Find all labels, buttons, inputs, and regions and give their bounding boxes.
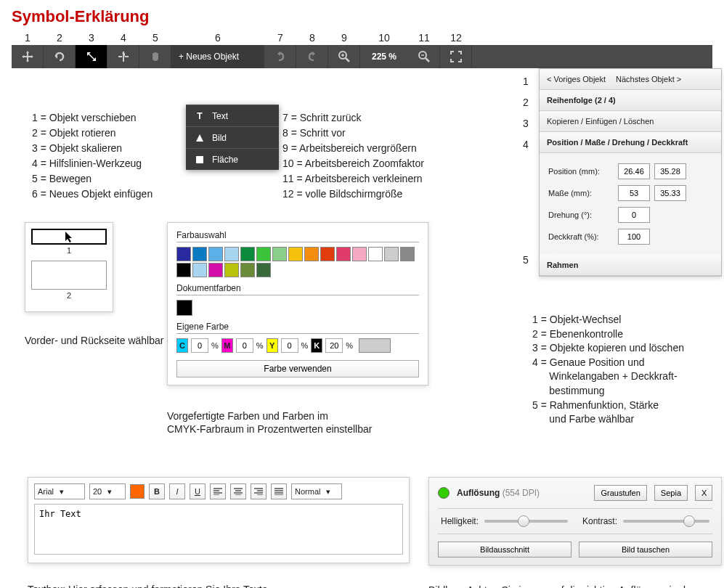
text-content-input[interactable]: Ihr Text bbox=[34, 504, 403, 555]
color-swatch[interactable] bbox=[368, 247, 383, 261]
textbox-panel: Arial▾ 20▾ B I U Normal▾ Ihr Text bbox=[28, 477, 410, 563]
cyan-input[interactable] bbox=[191, 338, 208, 353]
color-swatch[interactable] bbox=[256, 247, 271, 261]
close-button[interactable]: X bbox=[695, 485, 712, 501]
prev-object-button[interactable]: < Voriges Objekt bbox=[547, 75, 606, 83]
align-left-button[interactable] bbox=[210, 483, 226, 499]
color-swatch[interactable] bbox=[240, 263, 255, 277]
new-object-label: + Neues Objekt bbox=[179, 52, 239, 62]
new-object-button[interactable]: + Neues Objekt bbox=[171, 45, 264, 68]
color-swatch[interactable] bbox=[240, 247, 255, 261]
dropdown-icon: ▾ bbox=[326, 487, 330, 497]
thumbs-caption: Vorder- und Rückseite wählbar bbox=[25, 334, 163, 347]
color-swatch[interactable] bbox=[176, 263, 191, 277]
thumb-1-label: 1 bbox=[31, 246, 107, 255]
right-panel-legend: 1 = Objekt-Wechsel2 = Ebenenkontrolle3 =… bbox=[532, 313, 684, 427]
contrast-slider[interactable] bbox=[623, 520, 709, 523]
style-select[interactable]: Normal▾ bbox=[291, 483, 342, 499]
position-label: Position (mm): bbox=[548, 167, 614, 176]
yellow-input[interactable] bbox=[281, 338, 298, 353]
pos-x-input[interactable] bbox=[618, 163, 650, 179]
svg-rect-2 bbox=[196, 156, 203, 163]
magenta-input[interactable] bbox=[236, 338, 253, 353]
undo-button[interactable] bbox=[264, 45, 296, 68]
underline-button[interactable]: U bbox=[190, 483, 206, 499]
crop-button[interactable]: Bildausschnitt bbox=[438, 542, 572, 558]
menu-item-text[interactable]: TText bbox=[186, 105, 279, 126]
color-swatch[interactable] bbox=[208, 247, 223, 261]
pos-y-input[interactable] bbox=[654, 163, 686, 179]
brightness-label: Helligkeit: bbox=[441, 516, 479, 526]
sepia-button[interactable]: Sepia bbox=[654, 485, 688, 501]
bold-button[interactable]: B bbox=[149, 483, 165, 499]
grayscale-button[interactable]: Graustufen bbox=[594, 485, 646, 501]
magenta-label: M bbox=[221, 338, 233, 353]
size-label: Maße (mm): bbox=[548, 189, 614, 197]
color-swatch[interactable] bbox=[224, 247, 239, 261]
color-swatch[interactable] bbox=[272, 247, 287, 261]
toolbar-legend-left: 1 = Objekt verschieben2 = Objekt rotiere… bbox=[32, 110, 152, 202]
fontsize-select[interactable]: 20▾ bbox=[89, 483, 126, 499]
cmyk-inputs: C % M % Y % K % bbox=[176, 338, 419, 353]
yellow-label: Y bbox=[267, 338, 278, 353]
align-right-button[interactable] bbox=[251, 483, 267, 499]
frame-row[interactable]: Rahmen bbox=[540, 255, 721, 276]
color-swatch[interactable] bbox=[304, 247, 319, 261]
color-swatch[interactable] bbox=[224, 263, 239, 277]
black-label: K bbox=[311, 338, 322, 353]
resolution-status-icon bbox=[438, 487, 450, 499]
rotate-object-button[interactable] bbox=[44, 45, 76, 68]
color-swatch[interactable] bbox=[384, 247, 399, 261]
cyan-label: C bbox=[176, 338, 188, 353]
color-panel: Farbauswahl Dokumentfarben Eigene Farbe … bbox=[167, 222, 428, 385]
color-swatch[interactable] bbox=[352, 247, 367, 261]
zoom-in-button[interactable] bbox=[328, 45, 360, 68]
align-justify-button[interactable] bbox=[271, 483, 287, 499]
color-swatch[interactable] bbox=[320, 247, 335, 261]
copy-row[interactable]: Kopieren / Einfügen / Löschen bbox=[540, 111, 721, 132]
imagebox-caption: Bildbox: Achten Sie immer auf die richti… bbox=[428, 584, 712, 588]
brightness-slider[interactable] bbox=[484, 520, 568, 523]
thumb-page-2[interactable] bbox=[31, 261, 107, 290]
rotation-input[interactable] bbox=[618, 207, 650, 223]
text-icon: T bbox=[195, 111, 205, 121]
text-color-swatch[interactable] bbox=[130, 484, 145, 499]
color-swatch[interactable] bbox=[176, 247, 191, 261]
redo-button[interactable] bbox=[296, 45, 328, 68]
menu-item-image[interactable]: Bild bbox=[186, 126, 279, 148]
doc-swatch[interactable] bbox=[176, 300, 192, 316]
width-input[interactable] bbox=[618, 185, 650, 201]
color-swatch[interactable] bbox=[288, 247, 303, 261]
object-nav-row: < Voriges Objekt Nächstes Objekt > bbox=[540, 69, 721, 90]
black-input[interactable] bbox=[325, 338, 343, 353]
use-color-button[interactable]: Farbe verwenden bbox=[176, 360, 419, 377]
opacity-input[interactable] bbox=[618, 229, 650, 245]
color-swatch[interactable] bbox=[192, 247, 207, 261]
height-input[interactable] bbox=[654, 185, 686, 201]
color-swatch[interactable] bbox=[256, 263, 271, 277]
textbox-caption: Textbox: Hier erfassen und formatieren S… bbox=[28, 584, 267, 588]
color-swatch[interactable] bbox=[336, 247, 351, 261]
zoom-out-button[interactable] bbox=[408, 45, 440, 68]
next-object-button[interactable]: Nächstes Objekt > bbox=[616, 75, 681, 83]
italic-button[interactable]: I bbox=[169, 483, 185, 499]
guides-tool-button[interactable] bbox=[107, 45, 139, 68]
swap-image-button[interactable]: Bild tauschen bbox=[579, 542, 712, 558]
color-swatch[interactable] bbox=[400, 247, 415, 261]
align-center-button[interactable] bbox=[230, 483, 246, 499]
scale-object-button[interactable] bbox=[76, 45, 107, 68]
order-row[interactable]: Reihenfolge (2 / 4) bbox=[540, 90, 721, 111]
zoom-level[interactable]: 225 % bbox=[360, 45, 408, 68]
opacity-label: Deckkraft (%): bbox=[548, 232, 614, 241]
fullscreen-button[interactable] bbox=[440, 45, 472, 68]
pan-tool-button[interactable] bbox=[139, 45, 171, 68]
color-swatch[interactable] bbox=[208, 263, 223, 277]
object-properties-panel: < Voriges Objekt Nächstes Objekt > Reihe… bbox=[539, 68, 722, 277]
move-object-button[interactable] bbox=[12, 45, 44, 68]
color-swatch[interactable] bbox=[192, 263, 207, 277]
position-header-row[interactable]: Position / Maße / Drehung / Deckkraft bbox=[540, 132, 721, 153]
font-select[interactable]: Arial▾ bbox=[34, 483, 85, 499]
menu-item-shape[interactable]: Fläche bbox=[186, 148, 279, 170]
thumb-page-1[interactable] bbox=[31, 229, 107, 245]
color-panel-caption: Vorgefertigte Farben und Farben imCMYK-F… bbox=[167, 409, 372, 436]
